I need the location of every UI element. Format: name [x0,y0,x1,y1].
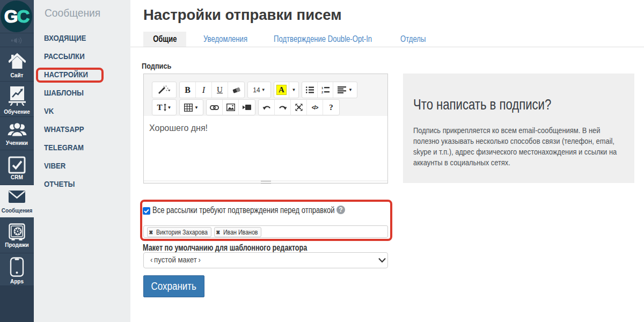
svg-text:2: 2 [321,91,324,94]
svg-text:1: 1 [321,86,324,90]
